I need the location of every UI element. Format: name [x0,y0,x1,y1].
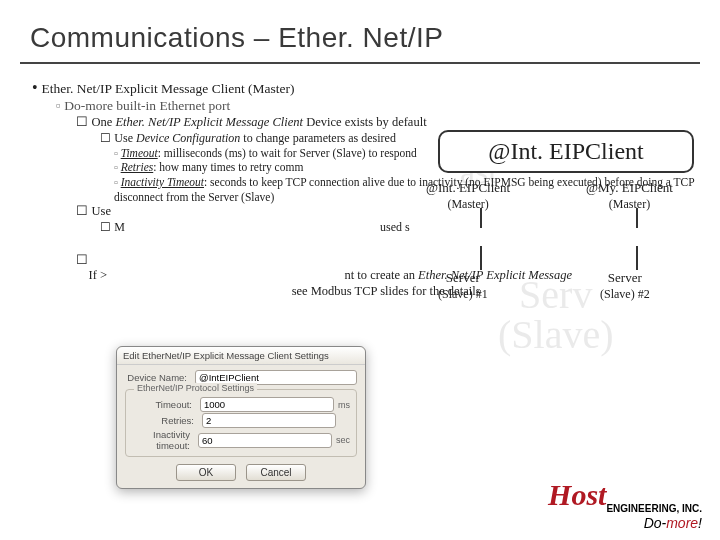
title-rule [20,62,700,64]
node-server-1: Server(Slave) #1 [438,270,488,302]
bullet-l3: One Ether. Net/IP Explicit Message Clien… [76,115,710,131]
ghost-server: Serv(Slave) [498,275,614,355]
timeout-unit: ms [338,400,350,410]
host-logo: HostENGINEERING, INC. [548,480,702,514]
t: Timeout [121,147,158,159]
retries-label: Retries: [132,415,202,426]
cancel-button[interactable]: Cancel [246,464,306,481]
logo-area: HostENGINEERING, INC. Do-more! [548,480,702,530]
device-name-label: Device Name: [125,372,195,383]
t: Device exists by default [303,115,427,129]
bullet-l1: Ether. Net/IP Explicit Message Client (M… [32,78,710,98]
page-title: Communications – Ether. Net/IP [0,0,720,62]
timeout-label: Timeout: [132,399,200,410]
domore-logo: Do-more! [548,516,702,530]
t: Device Configuration [136,131,240,145]
node-server-2: Server(Slave) #2 [600,270,650,302]
bullet-l2: Do-more built-in Ethernet port [56,98,710,115]
ok-button[interactable]: OK [176,464,236,481]
timeout-input[interactable] [200,397,334,412]
node-master-1: @Int. EIPClient(Master) [426,180,510,212]
inactivity-label: Inactivity timeout: [132,429,198,451]
protocol-settings-group: EtherNet/IP Protocol Settings Timeout: m… [125,389,357,457]
t: to change parameters as desired [240,131,396,145]
topology-diagram: ast Serv(Slave) @Int. EIPClient @Int. EI… [420,130,720,370]
node-master-2: @My. EIPClient(Master) [586,180,673,212]
t: Ether. Net/IP Explicit Message Client [115,115,303,129]
group-label: EtherNet/IP Protocol Settings [134,383,257,393]
t: Inactivity Timeout [121,176,204,188]
eip-client-settings-dialog: Edit EtherNet/IP Explicit Message Client… [116,346,366,489]
t: One [91,115,115,129]
t: : how many times to retry comm [153,161,303,173]
t: : milliseconds (ms) to wait for Server (… [158,147,417,159]
dialog-title: Edit EtherNet/IP Explicit Message Client… [117,347,365,365]
inactivity-unit: sec [336,435,350,445]
label-inteipclient: @Int. EIPClient [438,130,694,173]
inactivity-input[interactable] [198,433,332,448]
t: If > nt to create an [89,268,419,282]
retries-input[interactable] [202,413,336,428]
t: Retries [121,161,154,173]
t: Use [114,131,136,145]
